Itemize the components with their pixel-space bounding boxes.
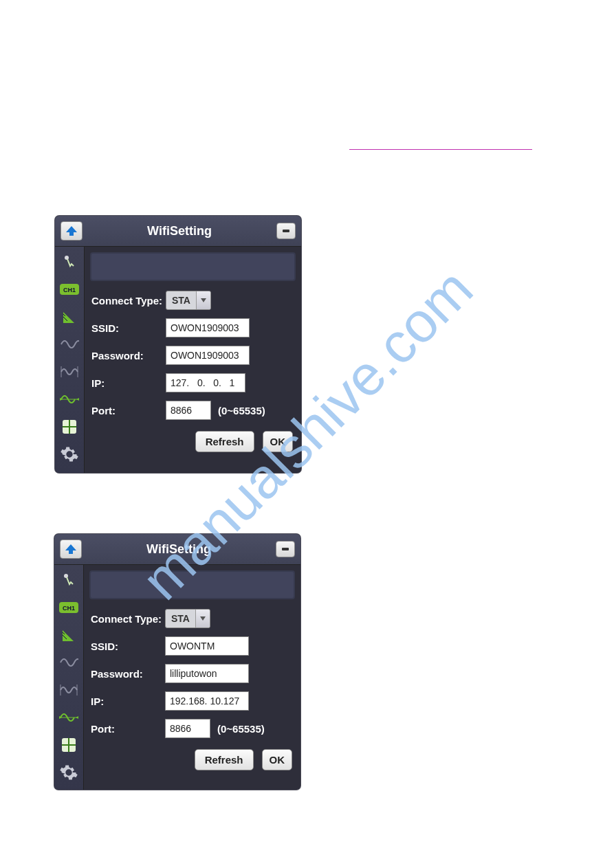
ip-label: IP: — [91, 377, 166, 389]
touch-icon[interactable] — [58, 569, 80, 591]
svg-marker-17 — [65, 544, 76, 554]
svg-marker-12 — [76, 398, 79, 401]
port-label: Port: — [91, 405, 166, 416]
connect-type-select[interactable]: STA — [166, 291, 211, 310]
minimize-button[interactable] — [276, 223, 296, 239]
port-input[interactable] — [165, 719, 210, 738]
refresh-button[interactable]: Refresh — [195, 749, 254, 770]
gear-icon[interactable] — [58, 761, 80, 783]
svg-marker-22 — [63, 630, 74, 641]
tab-strip — [89, 570, 295, 599]
password-input[interactable] — [165, 664, 249, 683]
tab-strip — [90, 252, 296, 281]
wave2-icon[interactable] — [58, 679, 80, 701]
port-label: Port: — [91, 723, 165, 735]
connect-type-value: STA — [166, 295, 196, 306]
content-area: Connect Type: STA SSID: Password: — [84, 565, 300, 790]
titlebar: WifiSetting — [54, 534, 300, 565]
chevron-down-icon — [199, 616, 206, 621]
minimize-button[interactable] — [276, 541, 295, 557]
svg-text:CH1: CH1 — [63, 605, 75, 612]
port-hint: (0~65535) — [218, 405, 265, 416]
dropdown-button[interactable] — [196, 291, 210, 309]
password-input[interactable] — [166, 346, 250, 365]
ssid-label: SSID: — [91, 322, 166, 334]
home-button[interactable] — [61, 221, 83, 241]
ip-input[interactable] — [166, 373, 245, 392]
gear-icon[interactable] — [58, 443, 80, 465]
wifi-setting-panel-1: WifiSetting CH1 Connect Type: STA — [55, 216, 301, 473]
ch1-icon[interactable]: CH1 — [58, 278, 80, 300]
ok-button[interactable]: OK — [262, 749, 293, 770]
sidebar: CH1 — [54, 565, 84, 790]
connect-type-select[interactable]: STA — [165, 609, 210, 628]
svg-marker-33 — [200, 616, 206, 621]
crosshair-icon[interactable] — [58, 416, 80, 438]
connect-type-label: Connect Type: — [91, 295, 166, 307]
home-button[interactable] — [60, 539, 82, 559]
wave3-icon[interactable] — [58, 388, 80, 410]
password-label: Password: — [91, 668, 165, 680]
chevron-down-icon — [200, 298, 207, 303]
ruler-icon[interactable] — [58, 306, 80, 328]
svg-marker-0 — [66, 226, 77, 236]
ip-label: IP: — [91, 695, 165, 707]
ssid-input[interactable] — [166, 318, 250, 337]
svg-text:CH1: CH1 — [63, 287, 76, 293]
port-input[interactable] — [166, 401, 211, 420]
panel-title: WifiSetting — [147, 224, 212, 238]
ok-button[interactable]: OK — [263, 431, 294, 452]
touch-icon[interactable] — [58, 251, 80, 273]
content-area: Connect Type: STA SSID: Password: — [85, 247, 301, 473]
minimize-icon — [281, 544, 290, 554]
wifi-setting-panel-2: WifiSetting CH1 Connect Type: STA — [54, 534, 300, 790]
port-hint: (0~65535) — [217, 723, 265, 735]
ssid-input[interactable] — [165, 636, 249, 656]
crosshair-icon[interactable] — [58, 734, 80, 756]
ch1-icon[interactable]: CH1 — [58, 597, 80, 619]
home-up-arrow-icon — [65, 544, 77, 555]
ssid-label: SSID: — [91, 641, 165, 652]
sidebar: CH1 — [55, 247, 85, 473]
refresh-button[interactable]: Refresh — [195, 431, 254, 452]
ruler-icon[interactable] — [58, 624, 80, 646]
panel-title: WifiSetting — [146, 542, 211, 557]
wave2-icon[interactable] — [58, 361, 80, 383]
dropdown-button[interactable] — [195, 610, 210, 627]
wave1-icon[interactable] — [58, 652, 80, 674]
svg-rect-18 — [282, 548, 289, 550]
password-label: Password: — [91, 350, 166, 361]
wave1-icon[interactable] — [58, 333, 80, 355]
minimize-icon — [281, 226, 291, 236]
reference-link[interactable] — [349, 148, 532, 150]
connect-type-label: Connect Type: — [91, 613, 165, 625]
wave3-icon[interactable] — [58, 706, 80, 728]
connect-type-value: STA — [166, 613, 195, 624]
svg-marker-29 — [76, 716, 78, 719]
svg-marker-5 — [63, 312, 74, 323]
svg-rect-1 — [283, 230, 289, 232]
ip-input[interactable] — [165, 691, 249, 711]
home-up-arrow-icon — [65, 225, 78, 236]
titlebar: WifiSetting — [55, 216, 301, 247]
svg-marker-16 — [201, 298, 206, 302]
